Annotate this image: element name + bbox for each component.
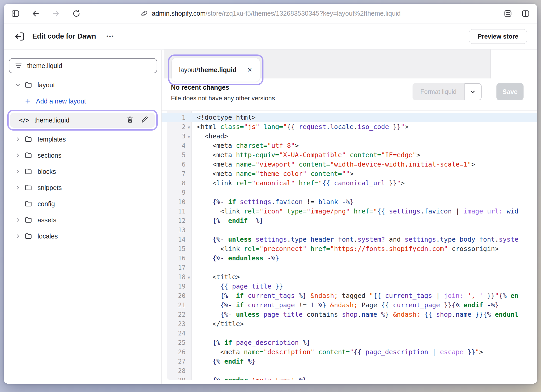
line-number: 10 [167, 197, 186, 207]
code-line[interactable]: 22 {%- unless page_title contains shop.n… [162, 310, 537, 319]
line-number: 16 [167, 254, 186, 263]
chevron-right-icon[interactable] [15, 185, 21, 191]
tab-layout-theme-liquid[interactable]: layout/theme.liquid × [172, 58, 260, 82]
code-line[interactable]: 15 <link rel="preconnect" href="https://… [162, 244, 537, 254]
line-number: 21 [167, 301, 186, 310]
sidebar-item-assets[interactable]: assets [4, 212, 161, 228]
code-line[interactable]: 16 {%- endunless -%} [162, 254, 537, 263]
code-line[interactable]: 20 {%- if current_tags %} &ndash; tagged… [162, 291, 537, 301]
sidebar-item-config[interactable]: config [4, 196, 161, 212]
line-number: 9 [167, 188, 186, 197]
code-line[interactable]: 5 <meta http-equiv="X-UA-Compatible" con… [162, 150, 537, 160]
code-line[interactable]: 26 <meta name="description" content="{{ … [162, 347, 537, 357]
line-number: 15 [167, 244, 186, 254]
sidebar-item-snippets[interactable]: snippets [4, 180, 161, 196]
line-number: 6 [167, 160, 186, 169]
line-number: 5 [167, 150, 186, 160]
folder-label: layout [38, 81, 55, 89]
code-editor[interactable]: 1<!doctype html>2∨<html class="js" lang=… [162, 111, 537, 380]
code-file-icon: </> [19, 117, 29, 124]
line-number: 14 [167, 235, 186, 244]
fold-toggle-icon[interactable]: ∨ [186, 123, 192, 132]
chevron-down-icon[interactable] [15, 82, 21, 88]
sidebar-item-layout[interactable]: layout [4, 77, 161, 93]
sidebar-toggle-icon[interactable] [10, 9, 20, 19]
code-line[interactable]: 21 {%- if current_page != 1 %} &ndash; P… [162, 301, 537, 310]
chevron-right-icon[interactable] [15, 136, 21, 142]
chevron-right-icon[interactable] [15, 217, 21, 223]
chevron-right-icon[interactable] [15, 233, 21, 239]
file-search-input[interactable]: theme.liquid [9, 58, 157, 73]
sidebar-item-templates[interactable]: templates [4, 131, 161, 147]
sidebar-item-theme-liquid[interactable]: </>theme.liquid [10, 113, 155, 128]
file-sidebar: theme.liquid layoutAdd a new layout</>th… [4, 50, 162, 384]
delete-file-icon[interactable] [126, 116, 134, 125]
code-line[interactable]: 13 [162, 225, 537, 235]
format-liquid-label: Format liquid [413, 83, 464, 100]
tab-close-icon[interactable]: × [247, 66, 253, 74]
code-line[interactable]: 8 <link rel="canonical" href="{{ canonic… [162, 179, 537, 188]
exit-editor-icon[interactable] [14, 31, 26, 42]
file-label: theme.liquid [34, 117, 70, 124]
code-line[interactable]: 11 <link rel="icon" type="image/png" hre… [162, 207, 537, 216]
code-line[interactable]: 1<!doctype html> [162, 113, 537, 122]
search-value: theme.liquid [27, 62, 62, 70]
code-line[interactable]: 27 {% endif %} [162, 357, 537, 366]
address-bar[interactable]: admin.shopify.com/store/rzq1xu-f5/themes… [140, 4, 401, 23]
code-line[interactable]: 25 {% if page_description %} [162, 338, 537, 347]
format-liquid-button[interactable]: Format liquid [413, 83, 482, 100]
line-number: 28 [167, 366, 186, 376]
fold-toggle-icon[interactable]: ∨ [186, 273, 192, 282]
back-button-icon[interactable] [31, 9, 41, 19]
code-line[interactable]: 24 [162, 329, 537, 338]
chevron-right-icon[interactable] [15, 152, 21, 158]
page-title: Edit code for Dawn [32, 32, 96, 40]
chevron-right-icon[interactable] [15, 169, 21, 174]
chevron-down-icon [469, 88, 476, 95]
code-line[interactable]: 4 <meta charset="utf-8"> [162, 141, 537, 150]
fold-toggle-icon[interactable]: ∨ [186, 132, 192, 142]
rename-file-icon[interactable] [141, 116, 149, 125]
reload-button-icon[interactable] [71, 9, 81, 19]
code-line[interactable]: 10 {%- if settings.favicon != blank -%} [162, 197, 537, 207]
selected-file-highlight-ring: </>theme.liquid [7, 110, 158, 131]
code-line[interactable]: 23 </title> [162, 319, 537, 329]
split-view-icon[interactable] [521, 9, 531, 19]
preview-store-button[interactable]: Preview store [469, 29, 527, 44]
code-line[interactable]: 12 {%- endif -%} [162, 216, 537, 225]
line-number: 29 [167, 376, 186, 380]
code-line[interactable]: 19 {{ page_title }} [162, 282, 537, 291]
code-line[interactable]: 18∨ <title> [162, 272, 537, 282]
line-number: 1 [167, 113, 186, 122]
code-line[interactable]: 28 [162, 366, 537, 376]
code-line[interactable]: 29 {% render 'meta-tags' %} [162, 376, 537, 380]
line-number: 17 [167, 263, 186, 272]
link-icon [140, 10, 148, 17]
folder-label: snippets [38, 184, 62, 192]
code-line[interactable]: 2∨<html class="js" lang="{{ request.loca… [162, 122, 537, 132]
line-number: 8 [167, 179, 186, 188]
code-line[interactable]: 14 {%- unless settings.type_header_font.… [162, 235, 537, 244]
sidebar-item-sections[interactable]: sections [4, 147, 161, 163]
sidebar-item-blocks[interactable]: blocks [4, 163, 161, 180]
line-number: 22 [167, 310, 186, 319]
code-line[interactable]: 9 [162, 188, 537, 197]
code-line[interactable]: 17 [162, 263, 537, 272]
plus-icon [24, 98, 31, 105]
code-line[interactable]: 3∨ <head> [162, 132, 537, 141]
line-number: 2 [167, 122, 186, 132]
format-dropdown-button[interactable] [464, 83, 482, 100]
save-button[interactable]: Save [496, 83, 524, 100]
line-number: 24 [167, 329, 186, 338]
folder-label: assets [38, 216, 56, 224]
folder-label: locales [38, 232, 58, 240]
browser-settings-icon[interactable] [503, 9, 513, 19]
add-new-layout-link[interactable]: Add a new layout [4, 93, 161, 109]
more-actions-button[interactable]: ••• [104, 31, 117, 41]
folder-icon [24, 151, 32, 159]
line-number: 4 [167, 141, 186, 150]
sidebar-item-locales[interactable]: locales [4, 228, 161, 244]
code-line[interactable]: 7 <meta name="theme-color" content=""> [162, 169, 537, 179]
folder-label: config [38, 200, 55, 208]
code-line[interactable]: 6 <meta name="viewport" content="width=d… [162, 160, 537, 169]
